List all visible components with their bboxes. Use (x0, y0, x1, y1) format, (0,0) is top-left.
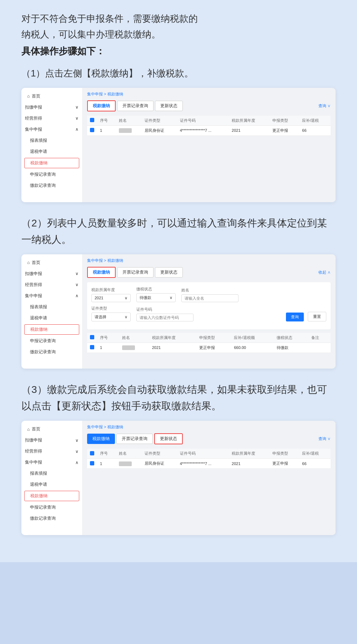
row2-check[interactable] (90, 345, 94, 349)
main-3: 集中申报 > 税款缴纳 税款缴纳 开票记录查询 更新状态 查询 ∨ 序号 (82, 421, 336, 535)
query-button[interactable]: 查询 (286, 313, 304, 321)
td2-no: 1 (97, 343, 119, 353)
form-group-year: 税款所属年度 2021∨ (91, 287, 131, 302)
sidebar-item-refund[interactable]: 退税申请 (21, 146, 82, 157)
th3-type: 申报类型 (270, 449, 299, 459)
breadcrumb-3: 集中申报 > 税款缴纳 (87, 424, 331, 430)
row3-check[interactable] (90, 461, 94, 465)
query-link-3[interactable]: 查询 ∨ (318, 436, 331, 441)
td-idtype-1: 居民身份证 (142, 125, 177, 135)
sidebar3-item-refund[interactable]: 退税申请 (21, 479, 82, 490)
sidebar-3: ⌂ 首页 扣缴申报∨ 经营所得∨ 集中申报∧ 报表填报 退税申请 税款缴纳 申报… (21, 421, 82, 535)
sidebar2-item-home[interactable]: ⌂ 首页 (21, 257, 82, 268)
sidebar-item-withholding[interactable]: 扣缴申报∨ (21, 102, 82, 113)
sidebar3-item-central[interactable]: 集中申报∧ (21, 457, 82, 468)
tab-update-1[interactable]: 更新状态 (155, 101, 183, 111)
screenshot2: ⌂ 首页 扣缴申报∨ 经营所得∨ 集中申报∧ 报表填报 退税申请 税款缴纳 申报… (21, 254, 336, 369)
reset-button[interactable]: 重置 (308, 312, 326, 321)
check-all-3[interactable] (90, 451, 94, 455)
sidebar3-item-withholding[interactable]: 扣缴申报∨ (21, 435, 82, 446)
th3-amount: 应补/退税 (299, 449, 331, 459)
check-all-1[interactable] (90, 118, 94, 122)
th2-type: 申报类型 (196, 333, 231, 343)
query-link-1[interactable]: 查询 ∨ (318, 103, 331, 109)
intro-line1: 对于不符合免于申报条件，需要缴纳税款的 (21, 13, 198, 24)
sidebar-item-business[interactable]: 经营所得∨ (21, 113, 82, 124)
row-check-1[interactable] (90, 128, 94, 132)
th-no-1: 序号 (97, 116, 116, 126)
sidebar3-item-declare-query[interactable]: 申报记录查询 (21, 502, 82, 513)
sidebar-2: ⌂ 首页 扣缴申报∨ 经营所得∨ 集中申报∧ 报表填报 退税申请 税款缴纳 申报… (21, 254, 82, 369)
td2-amount: 660.00 (231, 343, 274, 353)
breadcrumb3-home: 集中申报 (87, 425, 103, 429)
tab-bar-3: 税款缴纳 开票记录查询 更新状态 查询 ∨ (87, 433, 331, 444)
sidebar2-item-report[interactable]: 报表填报 (21, 301, 82, 313)
step3-text: （3）缴款完成后系统会自动获取缴款结果，如果未获取到结果，也可以点击【更新状态】… (21, 381, 336, 414)
breadcrumb-current: 税款缴纳 (107, 92, 123, 96)
th2-amount: 应补/退税额 (231, 333, 274, 343)
th2-note: 备注 (308, 333, 331, 343)
td-year-1: 2021 (229, 125, 270, 135)
form-group-status: 缴税状态 待缴款∨ (136, 286, 176, 302)
sidebar3-item-taxpay[interactable]: 税款缴纳 (24, 491, 79, 501)
th2-year: 税款所属年度 (149, 333, 197, 343)
query-link-2[interactable]: 收起 ∧ (318, 270, 331, 275)
tab-update-3[interactable]: 更新状态 (154, 433, 183, 444)
select-status[interactable]: 待缴款∨ (136, 293, 176, 302)
td3-no: 1 (97, 459, 116, 469)
main-1: 集中申报 > 税款缴纳 税款缴纳 开票记录查询 更新状态 查询 ∨ 序号 (82, 88, 336, 202)
sidebar-item-pay-query[interactable]: 缴款记录查询 (21, 180, 82, 191)
form-row-2: 证件类型 请选择∨ 证件号码 查询 重置 (91, 306, 326, 321)
sidebar2-item-central[interactable]: 集中申报∧ (21, 290, 82, 301)
td3-idtype: 居民身份证 (142, 459, 177, 469)
sidebar2-item-pay-query[interactable]: 缴款记录查询 (21, 346, 82, 358)
sidebar2-item-declare-query[interactable]: 申报记录查询 (21, 335, 82, 346)
sidebar3-item-business[interactable]: 经营所得∨ (21, 446, 82, 457)
td-no-1: 1 (97, 125, 116, 135)
label-idno: 证件号码 (136, 307, 193, 312)
th-year-1: 税款所属年度 (229, 116, 270, 126)
sidebar2-item-withholding[interactable]: 扣缴申报∨ (21, 268, 82, 279)
sidebar-item-central[interactable]: 集中申报∧ (21, 124, 82, 135)
check-all-2[interactable] (90, 335, 94, 339)
tab-update-2[interactable]: 更新状态 (155, 267, 183, 278)
tab-taxpay-3[interactable]: 税款缴纳 (87, 434, 115, 444)
sidebar3-item-report[interactable]: 报表填报 (21, 468, 82, 479)
input-idno[interactable] (136, 314, 193, 321)
label-year: 税款所属年度 (91, 287, 131, 293)
search-form: 税款所属年度 2021∨ 缴税状态 待缴款∨ 姓名 (87, 282, 331, 329)
tab-invoice-1[interactable]: 开票记录查询 (117, 101, 154, 111)
select-year[interactable]: 2021∨ (91, 294, 131, 302)
td3-amount: 66 (299, 459, 331, 469)
sidebar2-item-business[interactable]: 经营所得∨ (21, 279, 82, 290)
form-row-1: 税款所属年度 2021∨ 缴税状态 待缴款∨ 姓名 (91, 286, 326, 302)
sidebar2-item-taxpay[interactable]: 税款缴纳 (24, 324, 79, 335)
home-icon: ⌂ (27, 94, 30, 99)
sidebar2-item-refund[interactable]: 退税申请 (21, 313, 82, 324)
td2-note (308, 343, 331, 353)
sidebar-1: ⌂ 首页 扣缴申报∨ 经营所得∨ 集中申报∧ 报表填报 退税申请 税款缴纳 申报… (21, 88, 82, 202)
sidebar-item-home[interactable]: ⌂ 首页 (21, 91, 82, 102)
td-type-1: 更正申报 (270, 125, 299, 135)
td-check-1 (87, 125, 97, 135)
tab-bar-2: 税款缴纳 开票记录查询 更新状态 收起 ∧ (87, 267, 331, 278)
tab-taxpay-2[interactable]: 税款缴纳 (87, 267, 116, 278)
sidebar-item-report[interactable]: 报表填报 (21, 135, 82, 146)
th3-name: 姓名 (116, 449, 142, 459)
sidebar3-item-home[interactable]: ⌂ 首页 (21, 424, 82, 435)
tab-invoice-3[interactable]: 开票记录查询 (116, 434, 153, 444)
tab-invoice-2[interactable]: 开票记录查询 (117, 267, 154, 278)
mock-ui-1: ⌂ 首页 扣缴申报∨ 经营所得∨ 集中申报∧ 报表填报 退税申请 税款缴纳 申报… (21, 88, 336, 202)
sidebar-item-taxpay[interactable]: 税款缴纳 (24, 158, 79, 168)
td3-idno: 4***************7 ... (177, 459, 229, 469)
main-2: 集中申报 > 税款缴纳 税款缴纳 开票记录查询 更新状态 收起 ∧ 税款所属年度 (82, 254, 336, 369)
tab-taxpay-1[interactable]: 税款缴纳 (87, 100, 116, 111)
select-idtype[interactable]: 请选择∨ (91, 313, 131, 321)
th3-idtype: 证件类型 (142, 449, 177, 459)
sidebar3-item-pay-query[interactable]: 缴款记录查询 (21, 513, 82, 524)
label-status: 缴税状态 (136, 286, 176, 292)
sidebar-item-declare-query[interactable]: 申报记录查询 (21, 169, 82, 180)
td3-year: 2021 (229, 459, 270, 469)
td2-name (119, 343, 149, 353)
input-name[interactable] (181, 294, 238, 302)
